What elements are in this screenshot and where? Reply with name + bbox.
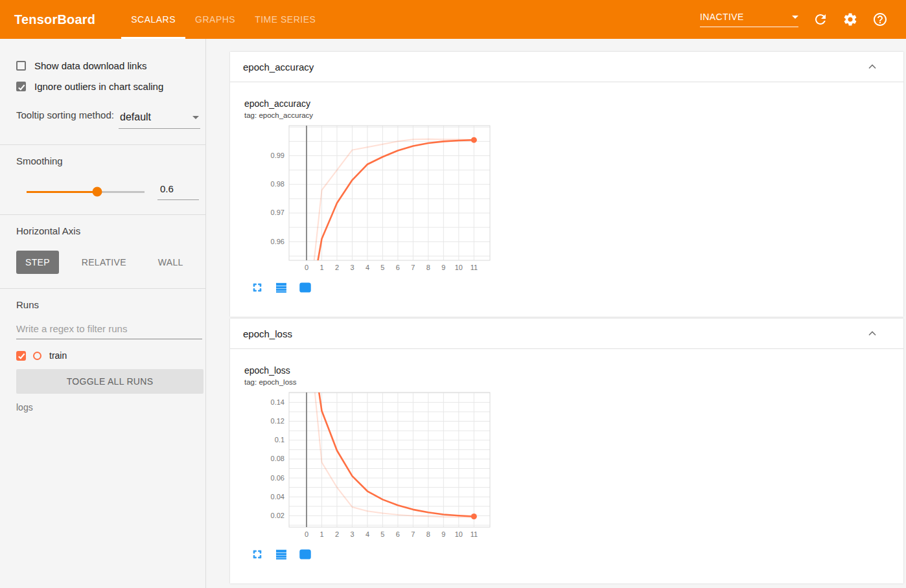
fit-domain-button[interactable]: [299, 281, 312, 294]
chevron-up-icon: [866, 327, 879, 340]
svg-text:5: 5: [380, 530, 384, 538]
help-button[interactable]: [872, 12, 888, 27]
chart-tag: tag: epoch_accuracy: [244, 111, 903, 119]
svg-text:6: 6: [396, 264, 400, 271]
svg-text:0.99: 0.99: [271, 152, 285, 159]
toggle-all-runs-button[interactable]: TOGGLE ALL RUNS: [16, 369, 203, 394]
tab-scalars[interactable]: SCALARS: [121, 0, 185, 39]
svg-text:11: 11: [470, 530, 478, 538]
collapse-section-button[interactable]: [866, 59, 881, 74]
refresh-button[interactable]: [813, 12, 828, 27]
main-tabs: SCALARS GRAPHS TIME SERIES: [121, 0, 325, 39]
fit-domain-icon: [299, 548, 312, 561]
smoothing-value-input[interactable]: 0.6: [157, 183, 199, 200]
section-header-epoch-loss[interactable]: epoch_loss: [230, 319, 903, 349]
check-icon: [18, 352, 25, 359]
ignore-outliers-checkbox[interactable]: [16, 82, 26, 91]
collapse-section-button[interactable]: [866, 326, 881, 341]
slider-thumb[interactable]: [93, 187, 102, 197]
slider-fill: [27, 191, 97, 193]
svg-text:2: 2: [335, 264, 339, 271]
ignore-outliers-label: Ignore outliers in chart scaling: [34, 81, 163, 92]
scalar-chart-svg[interactable]: 012345678910110.020.040.060.080.10.120.1…: [244, 390, 493, 545]
run-item-train[interactable]: train: [16, 350, 200, 361]
section-body: epoch_accuracy tag: epoch_accuracy 01234…: [230, 82, 903, 317]
tab-graphs[interactable]: GRAPHS: [185, 0, 245, 39]
sidebar: Show data download links Ignore outliers…: [0, 39, 206, 588]
run-color-swatch[interactable]: [33, 352, 41, 360]
svg-text:9: 9: [441, 264, 445, 271]
runs-label: Runs: [16, 299, 200, 310]
header-actions: INACTIVE: [700, 0, 906, 39]
section-epoch-loss: epoch_loss epoch_loss tag: epoch_loss 01…: [230, 319, 903, 583]
tab-time-series[interactable]: TIME SERIES: [245, 0, 325, 39]
svg-text:10: 10: [455, 264, 463, 271]
svg-text:1: 1: [319, 264, 323, 271]
svg-text:0: 0: [305, 264, 308, 271]
svg-text:0.97: 0.97: [271, 209, 285, 216]
wall-button[interactable]: WALL: [149, 251, 192, 274]
section-epoch-accuracy: epoch_accuracy epoch_accuracy tag: epoch…: [230, 52, 903, 317]
tooltip-sorting-row: Tooltip sorting method: default: [16, 109, 200, 129]
fullscreen-button[interactable]: [251, 281, 264, 294]
chart-actions: [251, 281, 903, 294]
svg-text:5: 5: [380, 264, 384, 271]
settings-button[interactable]: [842, 12, 858, 27]
sidebar-general-section: Show data download links Ignore outliers…: [0, 39, 205, 144]
smoothing-slider-row: 0.6: [16, 183, 200, 200]
sidebar-smoothing-section: Smoothing 0.6: [0, 144, 205, 214]
fullscreen-icon: [251, 548, 264, 561]
fit-domain-button[interactable]: [299, 548, 312, 561]
run-checkbox-train[interactable]: [16, 351, 26, 361]
scalar-chart-card: epoch_loss tag: epoch_loss 0123456789101…: [244, 365, 903, 561]
run-status-value: INACTIVE: [700, 12, 744, 22]
show-download-links-checkbox[interactable]: [16, 61, 26, 71]
run-status-select[interactable]: INACTIVE: [700, 12, 798, 27]
smoothing-label: Smoothing: [16, 155, 200, 166]
svg-text:0.04: 0.04: [271, 493, 285, 501]
sidebar-horizontal-axis-section: Horizontal Axis STEP RELATIVE WALL: [0, 214, 205, 288]
chevron-down-icon: [792, 16, 798, 19]
gear-icon: [842, 12, 858, 27]
svg-text:0.1: 0.1: [275, 436, 285, 444]
tensorboard-logo: TensorBoard: [14, 12, 95, 27]
scalar-chart-card: epoch_accuracy tag: epoch_accuracy 01234…: [244, 98, 903, 294]
fit-domain-icon: [299, 281, 312, 294]
svg-text:1: 1: [319, 530, 323, 538]
log-scale-icon: [275, 281, 288, 294]
slider-track[interactable]: [27, 191, 145, 193]
log-scale-button[interactable]: [275, 548, 288, 561]
svg-text:0.96: 0.96: [271, 238, 285, 245]
log-scale-button[interactable]: [275, 281, 288, 294]
smoothing-slider[interactable]: [27, 187, 145, 197]
relative-button[interactable]: RELATIVE: [73, 251, 135, 274]
svg-text:4: 4: [366, 264, 369, 271]
runs-filter-input[interactable]: [16, 319, 202, 339]
run-name-label: train: [49, 350, 67, 361]
svg-text:3: 3: [350, 264, 354, 271]
svg-text:0.98: 0.98: [271, 180, 285, 188]
refresh-icon: [813, 12, 828, 27]
svg-text:11: 11: [470, 264, 478, 271]
ignore-outliers-row[interactable]: Ignore outliers in chart scaling: [16, 81, 200, 92]
section-body: epoch_loss tag: epoch_loss 0123456789101…: [230, 349, 903, 583]
svg-text:0.06: 0.06: [271, 474, 285, 482]
svg-text:10: 10: [455, 530, 463, 538]
svg-text:7: 7: [411, 530, 415, 538]
svg-text:0.12: 0.12: [271, 417, 285, 425]
chevron-down-icon: [192, 116, 199, 119]
tooltip-sorting-select[interactable]: default: [119, 110, 200, 129]
step-button[interactable]: STEP: [16, 251, 59, 274]
svg-text:9: 9: [441, 530, 445, 538]
scalar-chart-svg[interactable]: 012345678910110.960.970.980.99: [244, 124, 493, 278]
horizontal-axis-label: Horizontal Axis: [16, 225, 200, 236]
fullscreen-icon: [251, 281, 264, 294]
show-download-links-row[interactable]: Show data download links: [16, 60, 200, 71]
svg-text:4: 4: [366, 530, 369, 538]
svg-text:0.08: 0.08: [271, 455, 285, 462]
help-icon: [872, 12, 888, 27]
fullscreen-button[interactable]: [251, 548, 264, 561]
log-scale-icon: [275, 548, 288, 561]
svg-text:0.02: 0.02: [271, 512, 285, 519]
section-header-epoch-accuracy[interactable]: epoch_accuracy: [230, 52, 903, 82]
